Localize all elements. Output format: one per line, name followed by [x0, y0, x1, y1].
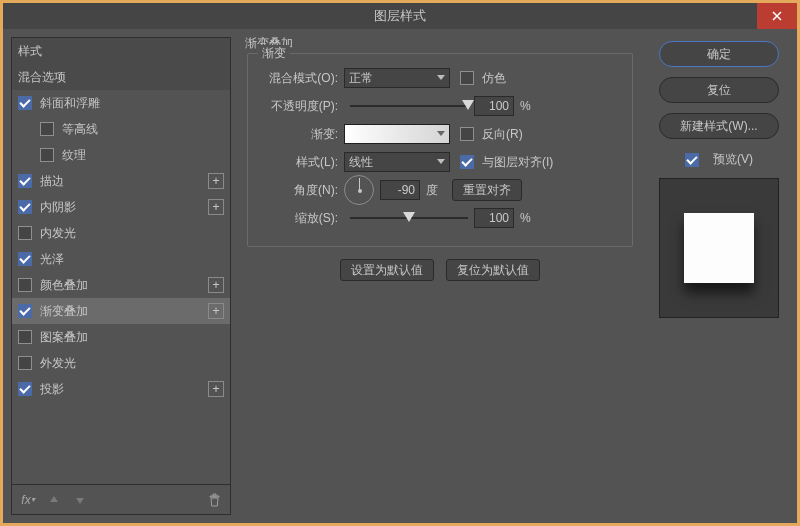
move-down-icon[interactable]	[72, 492, 88, 508]
dither-option[interactable]: 仿色	[460, 70, 506, 87]
effect-checkbox[interactable]	[18, 96, 32, 110]
gradient-picker[interactable]	[344, 124, 450, 144]
effect-label: 光泽	[40, 251, 224, 268]
gradient-label: 渐变:	[258, 126, 344, 143]
align-checkbox[interactable]	[460, 155, 474, 169]
effect-label: 等高线	[62, 121, 224, 138]
angle-input[interactable]: -90	[380, 180, 420, 200]
set-default-button[interactable]: 设置为默认值	[340, 259, 434, 281]
effect-label: 投影	[40, 381, 208, 398]
chevron-down-icon	[437, 75, 445, 80]
opacity-input[interactable]: 100	[474, 96, 514, 116]
effect-label: 图案叠加	[40, 329, 224, 346]
titlebar: 图层样式	[3, 3, 797, 29]
effect-row[interactable]: 颜色叠加+	[12, 272, 230, 298]
angle-dial[interactable]	[344, 175, 374, 205]
effect-checkbox[interactable]	[18, 200, 32, 214]
effect-label: 斜面和浮雕	[40, 95, 224, 112]
align-option[interactable]: 与图层对齐(I)	[460, 154, 553, 171]
dither-checkbox[interactable]	[460, 71, 474, 85]
window-title: 图层样式	[374, 7, 426, 25]
style-select[interactable]: 线性	[344, 152, 450, 172]
settings-panel: 渐变叠加 渐变 混合模式(O): 正常 仿色 不透明度(P):	[239, 37, 641, 515]
fx-icon[interactable]: fx▾	[20, 492, 36, 508]
move-up-icon[interactable]	[46, 492, 62, 508]
effects-list-panel: 样式 混合选项 斜面和浮雕等高线纹理描边+内阴影+内发光光泽颜色叠加+渐变叠加+…	[11, 37, 231, 515]
effect-row[interactable]: 光泽	[12, 246, 230, 272]
preview-swatch	[684, 213, 754, 283]
effect-checkbox[interactable]	[18, 226, 32, 240]
effect-row[interactable]: 斜面和浮雕	[12, 90, 230, 116]
effect-row[interactable]: 内阴影+	[12, 194, 230, 220]
layer-style-dialog: 图层样式 样式 混合选项 斜面和浮雕等高线纹理描边+内阴影+内发光光泽颜色叠加+…	[0, 0, 800, 526]
effect-checkbox[interactable]	[18, 252, 32, 266]
effect-label: 纹理	[62, 147, 224, 164]
fieldset-legend: 渐变	[258, 45, 290, 62]
reverse-checkbox[interactable]	[460, 127, 474, 141]
effect-row[interactable]: 内发光	[12, 220, 230, 246]
effect-label: 描边	[40, 173, 208, 190]
close-button[interactable]	[757, 3, 797, 29]
close-icon	[772, 11, 782, 21]
reverse-option[interactable]: 反向(R)	[460, 126, 523, 143]
preview-option[interactable]: 预览(V)	[685, 151, 753, 168]
row-scale: 缩放(S): 100 %	[258, 204, 622, 232]
row-opacity: 不透明度(P): 100 %	[258, 92, 622, 120]
effect-row[interactable]: 等高线	[12, 116, 230, 142]
effect-row[interactable]: 外发光	[12, 350, 230, 376]
add-effect-icon[interactable]: +	[208, 303, 224, 319]
styles-header[interactable]: 样式	[12, 38, 230, 64]
blend-mode-label: 混合模式(O):	[258, 70, 344, 87]
chevron-down-icon	[437, 159, 445, 164]
opacity-slider[interactable]	[350, 96, 468, 116]
blend-mode-select[interactable]: 正常	[344, 68, 450, 88]
cancel-button[interactable]: 复位	[659, 77, 779, 103]
effect-row[interactable]: 纹理	[12, 142, 230, 168]
defaults-row: 设置为默认值 复位为默认值	[247, 259, 633, 281]
effect-label: 内发光	[40, 225, 224, 242]
angle-label: 角度(N):	[258, 182, 344, 199]
effect-row[interactable]: 描边+	[12, 168, 230, 194]
effect-checkbox[interactable]	[18, 382, 32, 396]
effect-row[interactable]: 图案叠加	[12, 324, 230, 350]
row-angle: 角度(N): -90 度 重置对齐	[258, 176, 622, 204]
effects-footer: fx▾	[12, 484, 230, 514]
effect-label: 内阴影	[40, 199, 208, 216]
add-effect-icon[interactable]: +	[208, 277, 224, 293]
trash-icon[interactable]	[206, 492, 222, 508]
blend-options-header[interactable]: 混合选项	[12, 64, 230, 90]
effect-row[interactable]: 渐变叠加+	[12, 298, 230, 324]
add-effect-icon[interactable]: +	[208, 199, 224, 215]
new-style-button[interactable]: 新建样式(W)...	[659, 113, 779, 139]
effect-checkbox[interactable]	[18, 174, 32, 188]
reset-default-button[interactable]: 复位为默认值	[446, 259, 540, 281]
reset-align-button[interactable]: 重置对齐	[452, 179, 522, 201]
preview-checkbox[interactable]	[685, 153, 699, 167]
opacity-label: 不透明度(P):	[258, 98, 344, 115]
effect-checkbox[interactable]	[18, 278, 32, 292]
add-effect-icon[interactable]: +	[208, 381, 224, 397]
scale-label: 缩放(S):	[258, 210, 344, 227]
dialog-body: 样式 混合选项 斜面和浮雕等高线纹理描边+内阴影+内发光光泽颜色叠加+渐变叠加+…	[3, 29, 797, 523]
effect-label: 外发光	[40, 355, 224, 372]
style-label: 样式(L):	[258, 154, 344, 171]
effect-checkbox[interactable]	[40, 122, 54, 136]
effect-row[interactable]: 投影+	[12, 376, 230, 402]
row-blend-mode: 混合模式(O): 正常 仿色	[258, 64, 622, 92]
effect-checkbox[interactable]	[40, 148, 54, 162]
scale-input[interactable]: 100	[474, 208, 514, 228]
effect-label: 颜色叠加	[40, 277, 208, 294]
effect-checkbox[interactable]	[18, 356, 32, 370]
preview-area	[659, 178, 779, 318]
right-panel: 确定 复位 新建样式(W)... 预览(V)	[649, 37, 789, 515]
row-gradient: 渐变: 反向(R)	[258, 120, 622, 148]
effects-list: 样式 混合选项 斜面和浮雕等高线纹理描边+内阴影+内发光光泽颜色叠加+渐变叠加+…	[12, 38, 230, 484]
ok-button[interactable]: 确定	[659, 41, 779, 67]
scale-slider[interactable]	[350, 208, 468, 228]
effect-checkbox[interactable]	[18, 330, 32, 344]
chevron-down-icon	[437, 131, 445, 136]
add-effect-icon[interactable]: +	[208, 173, 224, 189]
effect-checkbox[interactable]	[18, 304, 32, 318]
gradient-fieldset: 渐变 混合模式(O): 正常 仿色 不透明度(P):	[247, 53, 633, 247]
effect-label: 渐变叠加	[40, 303, 208, 320]
